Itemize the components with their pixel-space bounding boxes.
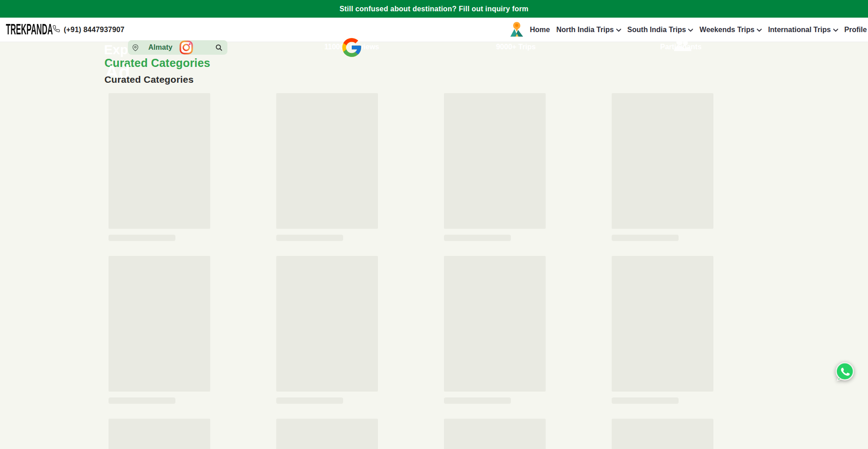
- skeleton-text-bar: [444, 235, 511, 241]
- skeleton-card: [108, 93, 210, 241]
- skeleton-text-bar: [612, 397, 679, 404]
- skeleton-image: [108, 256, 210, 392]
- skeleton-text-bar: [108, 397, 175, 404]
- skeleton-image: [276, 419, 378, 449]
- skeleton-card: [444, 256, 546, 404]
- skeleton-card: [612, 93, 713, 241]
- trek-map-icon: [509, 21, 524, 38]
- brand-logo[interactable]: TREKPANDA: [6, 15, 53, 44]
- skeleton-text-bar: [276, 235, 343, 241]
- stat-trips: 9000+ Trips: [496, 43, 536, 51]
- skeleton-card: [276, 419, 378, 449]
- instagram-icon[interactable]: [179, 40, 194, 55]
- nav-profile[interactable]: Profile: [844, 26, 867, 34]
- curated-categories-heading: Curated Categories: [104, 74, 193, 85]
- nav-weekends-trips[interactable]: Weekends Trips: [699, 26, 762, 34]
- skeleton-image: [612, 256, 713, 392]
- announcement-banner[interactable]: Still confused about destination? Fill o…: [0, 0, 868, 18]
- phone-contact[interactable]: (+91) 8447937907: [52, 18, 124, 42]
- search-icon[interactable]: [215, 44, 222, 51]
- skeleton-text-bar: [612, 235, 679, 241]
- announcement-text: Still confused about destination? Fill o…: [340, 5, 528, 13]
- skeleton-image: [444, 93, 546, 229]
- skeleton-text-bar: [444, 397, 511, 404]
- skeleton-text-bar: [276, 397, 343, 404]
- skeleton-image: [444, 256, 546, 392]
- whatsapp-button[interactable]: [834, 361, 855, 382]
- google-logo: [340, 36, 363, 59]
- skeleton-card: [612, 256, 713, 404]
- skeleton-card: [612, 419, 713, 449]
- location-search-bar[interactable]: Almaty: [128, 40, 227, 55]
- nav-home[interactable]: Home: [530, 26, 550, 34]
- chevron-down-icon: [757, 28, 762, 32]
- chevron-down-icon: [833, 28, 838, 32]
- skeleton-text-bar: [108, 235, 175, 241]
- skeleton-card: [108, 256, 210, 404]
- participants-stat-ghost-icon: [670, 38, 694, 53]
- location-value[interactable]: Almaty: [148, 43, 172, 52]
- skeleton-image: [612, 93, 713, 229]
- skeleton-image: [276, 93, 378, 229]
- skeleton-image: [276, 256, 378, 392]
- chevron-down-icon: [616, 28, 621, 32]
- skeleton-image: [108, 93, 210, 229]
- phone-number: (+91) 8447937907: [64, 26, 124, 34]
- skeleton-image: [108, 419, 210, 449]
- skeleton-image: [612, 419, 713, 449]
- header: TREKPANDA (+91) 8447937907 Almaty: [0, 18, 868, 42]
- skeleton-card-grid: [108, 93, 713, 449]
- location-pin-icon: [132, 44, 139, 51]
- nav-north-india-trips[interactable]: North India Trips: [556, 26, 621, 34]
- skeleton-card: [444, 93, 546, 241]
- chevron-down-icon: [688, 28, 693, 32]
- phone-icon: [52, 25, 60, 34]
- skeleton-image: [444, 419, 546, 449]
- skeleton-card: [276, 93, 378, 241]
- nav-international-trips[interactable]: International Trips: [768, 26, 838, 34]
- skeleton-card: [276, 256, 378, 404]
- skeleton-card: [444, 419, 546, 449]
- skeleton-card: [108, 419, 210, 449]
- nav-south-india-trips[interactable]: South India Trips: [627, 26, 693, 34]
